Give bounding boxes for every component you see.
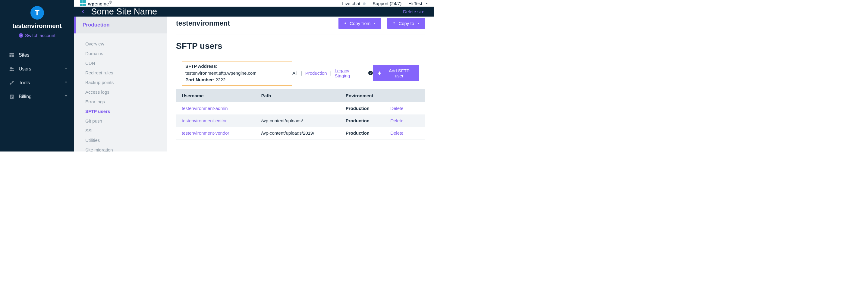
th-username: Username bbox=[176, 89, 256, 102]
arrow-down-icon bbox=[344, 21, 347, 26]
subnav-site-migration[interactable]: Site migration bbox=[85, 145, 167, 152]
chevron-down-icon bbox=[64, 94, 68, 99]
svg-rect-6 bbox=[10, 96, 13, 96]
subnav-redirect-rules[interactable]: Redirect rules bbox=[85, 68, 167, 77]
nav-label: Sites bbox=[19, 53, 30, 58]
svg-rect-0 bbox=[10, 53, 14, 55]
nav-item-tools[interactable]: Tools bbox=[0, 76, 74, 90]
environment-title: testenvironment bbox=[176, 19, 230, 27]
switch-icon bbox=[19, 33, 23, 38]
subnav-domains[interactable]: Domains bbox=[85, 49, 167, 58]
subnav-overview[interactable]: Overview bbox=[85, 39, 167, 48]
main-content: testenvironment Copy from bbox=[167, 16, 434, 152]
sftp-path: /wp-content/uploads/ bbox=[256, 114, 340, 127]
subnav-sftp-users[interactable]: SFTP users bbox=[85, 107, 167, 116]
table-row: testenvironment-vendor /wp-content/uploa… bbox=[176, 127, 425, 139]
subnav-utilities[interactable]: Utilities bbox=[85, 136, 167, 144]
sftp-filters: All | Production | Legacy Staging ? bbox=[292, 68, 373, 78]
subnav-git-push[interactable]: Git push bbox=[85, 116, 167, 125]
tools-icon bbox=[9, 80, 14, 86]
chevron-down-icon bbox=[64, 66, 68, 72]
arrow-up-icon bbox=[393, 21, 396, 26]
copy-from-button[interactable]: Copy from bbox=[338, 18, 381, 29]
subnav-cdn[interactable]: CDN bbox=[85, 59, 167, 67]
separator: | bbox=[301, 70, 302, 76]
grid-icon bbox=[9, 53, 14, 58]
nav-item-sites[interactable]: Sites bbox=[0, 48, 74, 62]
sftp-env: Production bbox=[340, 114, 385, 127]
caret-down-icon bbox=[417, 21, 420, 26]
subnav-ssl[interactable]: SSL bbox=[85, 126, 167, 135]
th-path: Path bbox=[256, 89, 340, 102]
svg-rect-2 bbox=[12, 55, 14, 57]
add-sftp-user-label: Add SFTP user bbox=[384, 68, 414, 78]
sftp-connection-info: SFTP Address: testenvironment.sftp.wpeng… bbox=[182, 61, 292, 86]
sftp-env: Production bbox=[340, 102, 385, 114]
svg-point-3 bbox=[10, 67, 12, 69]
primary-nav: Sites Users Tools bbox=[0, 48, 74, 104]
site-title: Some Site Name bbox=[91, 7, 157, 16]
svg-rect-8 bbox=[10, 97, 12, 98]
sftp-env: Production bbox=[340, 127, 385, 139]
users-icon bbox=[9, 66, 14, 72]
filter-production[interactable]: Production bbox=[305, 70, 327, 76]
subnav-error-logs[interactable]: Error logs bbox=[85, 97, 167, 106]
subnav-backup-points[interactable]: Backup points bbox=[85, 78, 167, 87]
th-environment: Environment bbox=[340, 89, 385, 102]
subnav-access-logs[interactable]: Access logs bbox=[85, 88, 167, 96]
nav-item-billing[interactable]: Billing bbox=[0, 90, 74, 104]
nav-label: Billing bbox=[19, 94, 32, 99]
live-chat-link[interactable]: Live chat bbox=[342, 1, 366, 6]
sftp-path: /wp-content/uploads/2019/ bbox=[256, 127, 340, 139]
delete-sftp-user-link[interactable]: Delete bbox=[390, 106, 403, 111]
help-icon[interactable]: ? bbox=[368, 71, 373, 75]
table-row: testenvironment-admin Production Delete bbox=[176, 102, 425, 114]
env-tab-production[interactable]: Production bbox=[74, 16, 167, 33]
filter-all[interactable]: All bbox=[292, 70, 298, 76]
add-sftp-user-button[interactable]: ✚ Add SFTP user bbox=[373, 65, 419, 81]
copy-from-label: Copy from bbox=[350, 21, 370, 26]
section-title: SFTP users bbox=[176, 41, 425, 51]
switch-account-label: Switch account bbox=[25, 33, 56, 38]
brand[interactable]: wpengine® bbox=[80, 0, 112, 7]
account-block: T testenvironment Switch account bbox=[0, 6, 74, 45]
th-actions bbox=[385, 89, 425, 102]
support-link[interactable]: Support (24/7) bbox=[373, 1, 401, 6]
back-button[interactable] bbox=[81, 8, 85, 15]
caret-down-icon bbox=[373, 21, 376, 26]
brand-text: wpengine® bbox=[88, 0, 112, 6]
primary-sidebar: T testenvironment Switch account Sites bbox=[0, 0, 74, 152]
user-menu[interactable]: Hi Test bbox=[408, 1, 428, 6]
nav-label: Users bbox=[19, 66, 31, 72]
filter-legacy-staging[interactable]: Legacy Staging bbox=[335, 68, 365, 78]
status-dot-icon bbox=[363, 2, 366, 5]
avatar: T bbox=[30, 6, 44, 20]
nav-label: Tools bbox=[19, 80, 30, 86]
table-row: testenvironment-editor /wp-content/uploa… bbox=[176, 114, 425, 127]
delete-site-link[interactable]: Delete site bbox=[403, 9, 424, 14]
site-hero: Some Site Name Delete site bbox=[74, 7, 434, 16]
delete-sftp-user-link[interactable]: Delete bbox=[390, 118, 403, 123]
environment-subnav: Overview Domains CDN Redirect rules Back… bbox=[74, 33, 167, 152]
copy-to-label: Copy to bbox=[398, 21, 414, 26]
svg-rect-7 bbox=[10, 96, 13, 97]
account-name: testenvironment bbox=[0, 22, 74, 30]
chevron-down-icon bbox=[64, 80, 68, 86]
svg-point-4 bbox=[12, 68, 14, 69]
sftp-username-link[interactable]: testenvironment-admin bbox=[182, 106, 228, 111]
svg-rect-1 bbox=[10, 55, 12, 57]
switch-account-link[interactable]: Switch account bbox=[0, 33, 74, 38]
environment-sidebar: Production Overview Domains CDN Redirect… bbox=[74, 16, 167, 152]
delete-sftp-user-link[interactable]: Delete bbox=[390, 130, 403, 136]
separator: | bbox=[330, 70, 332, 76]
brand-logo-icon bbox=[80, 0, 87, 7]
copy-to-button[interactable]: Copy to bbox=[387, 18, 425, 29]
sftp-users-table: Username Path Environment testenvironmen… bbox=[176, 89, 425, 139]
sftp-username-link[interactable]: testenvironment-vendor bbox=[182, 130, 229, 136]
sftp-username-link[interactable]: testenvironment-editor bbox=[182, 118, 227, 123]
topbar: wpengine® Live chat Support (24/7) Hi Te… bbox=[74, 0, 434, 7]
sftp-card: SFTP Address: testenvironment.sftp.wpeng… bbox=[176, 57, 425, 139]
sftp-path bbox=[256, 102, 340, 114]
caret-down-icon bbox=[425, 1, 428, 6]
nav-item-users[interactable]: Users bbox=[0, 62, 74, 76]
